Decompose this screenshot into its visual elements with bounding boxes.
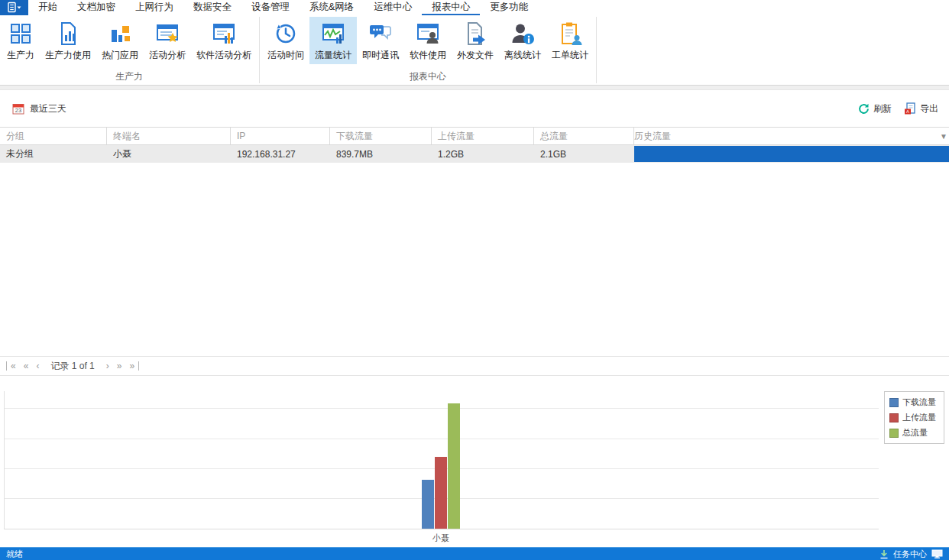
window-star-icon bbox=[154, 21, 180, 47]
next-page-icon[interactable]: › bbox=[102, 361, 113, 371]
refresh-label: 刷新 bbox=[873, 102, 892, 115]
ribbon-button-offline-stats[interactable]: 离线统计 bbox=[499, 17, 546, 64]
empty-grid-area bbox=[0, 163, 949, 356]
prev-page-icon[interactable]: ‹ bbox=[32, 361, 43, 371]
fast-prev-page-icon[interactable]: « bbox=[20, 361, 33, 371]
tab-web-behavior[interactable]: 上网行为 bbox=[125, 0, 183, 15]
date-range-label: 最近三天 bbox=[30, 102, 66, 115]
ribbon-button-label: 离线统计 bbox=[504, 49, 541, 62]
monitor-icon[interactable] bbox=[931, 549, 943, 558]
clock-history-icon bbox=[273, 21, 299, 47]
ribbon-button-outgoing-files[interactable]: 外发文件 bbox=[452, 17, 499, 64]
ribbon-button-instant-messaging[interactable]: 即时通讯 bbox=[357, 17, 404, 64]
app-window: 开始 文档加密 上网行为 数据安全 设备管理 系统&网络 运维中心 报表中心 更… bbox=[0, 0, 949, 560]
table-row[interactable]: 未分组 小聂 192.168.31.27 839.7MB 1.2GB 2.1GB bbox=[0, 145, 949, 163]
export-button[interactable]: A 导出 bbox=[904, 102, 938, 115]
first-page-icon[interactable]: « bbox=[6, 361, 20, 371]
tab-ops-center[interactable]: 运维中心 bbox=[364, 0, 422, 15]
ribbon-group-separator bbox=[596, 17, 597, 83]
tab-system-network[interactable]: 系统&网络 bbox=[300, 0, 364, 15]
ribbon-button-productivity-usage[interactable]: 生产力使用 bbox=[40, 17, 96, 64]
column-header-download[interactable]: 下载流量 bbox=[330, 128, 432, 144]
tab-start[interactable]: 开始 bbox=[28, 0, 67, 15]
ribbon-button-software-usage[interactable]: 软件使用 bbox=[404, 17, 452, 64]
column-menu-caret-icon[interactable]: ▼ bbox=[940, 132, 949, 141]
tab-more-features[interactable]: 更多功能 bbox=[480, 0, 538, 15]
pagination-bar: « « ‹ 记录 1 of 1 › » » bbox=[0, 356, 949, 376]
status-bar: 就绪 任务中心 bbox=[0, 547, 949, 560]
ribbon-group-productivity: 生产力 生产力使用 bbox=[0, 15, 258, 85]
cell-upload: 1.2GB bbox=[432, 145, 534, 163]
app-menu-icon bbox=[6, 2, 23, 14]
task-center-button[interactable]: 任务中心 bbox=[879, 549, 943, 560]
ribbon-button-label: 工单统计 bbox=[552, 49, 588, 62]
ribbon-button-software-activity-analysis[interactable]: 软件活动分析 bbox=[191, 17, 257, 64]
column-header-upload[interactable]: 上传流量 bbox=[432, 128, 534, 144]
ribbon-button-label: 外发文件 bbox=[457, 49, 494, 62]
legend-item-upload: 上传流量 bbox=[889, 412, 939, 423]
chart-bar-upload bbox=[435, 457, 447, 529]
window-chart-icon bbox=[211, 21, 237, 47]
ribbon-button-label: 活动分析 bbox=[149, 49, 186, 62]
ribbon-group-separator bbox=[259, 17, 260, 83]
table-header-row: 分组 终端名 IP 下载流量 上传流量 总流量 历史流量 ▼ bbox=[0, 128, 949, 145]
ribbon-button-productivity[interactable]: 生产力 bbox=[2, 17, 40, 64]
tab-report-center[interactable]: 报表中心 bbox=[422, 0, 480, 15]
ribbon-button-label: 活动时间 bbox=[267, 49, 304, 62]
legend-swatch-upload bbox=[889, 413, 899, 422]
app-menu-button[interactable] bbox=[0, 0, 28, 15]
legend-swatch-download bbox=[889, 398, 899, 407]
ribbon-button-label: 流量统计 bbox=[315, 49, 351, 62]
ribbon-button-ticket-stats[interactable]: 工单统计 bbox=[546, 17, 594, 64]
chart-legend: 下载流量 上传流量 总流量 bbox=[884, 391, 944, 444]
doc-chart-icon bbox=[55, 21, 81, 47]
chart-plot bbox=[4, 391, 879, 529]
ribbon-button-label: 软件活动分析 bbox=[196, 49, 251, 62]
file-send-icon bbox=[462, 21, 488, 47]
traffic-table: 分组 终端名 IP 下载流量 上传流量 总流量 历史流量 ▼ 未分组 小聂 19… bbox=[0, 127, 949, 163]
cell-ip: 192.168.31.27 bbox=[231, 145, 330, 163]
last-page-icon[interactable]: » bbox=[125, 361, 139, 371]
chart-bar-total bbox=[448, 403, 460, 529]
column-header-ip[interactable]: IP bbox=[231, 128, 330, 144]
user-info-icon bbox=[510, 21, 536, 47]
column-header-history[interactable]: 历史流量 ▼ bbox=[634, 128, 949, 144]
column-header-terminal[interactable]: 终端名 bbox=[107, 128, 231, 144]
date-range-button[interactable]: 23 最近三天 bbox=[12, 102, 66, 115]
ribbon-button-activity-analysis[interactable]: 活动分析 bbox=[144, 17, 191, 64]
legend-item-total: 总流量 bbox=[889, 427, 939, 439]
column-header-group[interactable]: 分组 bbox=[0, 128, 107, 144]
ribbon-button-label: 即时通讯 bbox=[362, 49, 399, 62]
ribbon-button-label: 生产力 bbox=[7, 49, 34, 62]
column-header-total[interactable]: 总流量 bbox=[534, 128, 634, 144]
tab-device-management[interactable]: 设备管理 bbox=[241, 0, 300, 15]
tab-data-security[interactable]: 数据安全 bbox=[183, 0, 241, 15]
cell-total: 2.1GB bbox=[534, 145, 634, 163]
traffic-stats-icon bbox=[320, 21, 346, 47]
ribbon-group-label-productivity: 生产力 bbox=[0, 70, 258, 85]
tab-doc-encryption[interactable]: 文档加密 bbox=[67, 0, 125, 15]
record-count-text: 记录 1 of 1 bbox=[50, 360, 94, 373]
chat-icon bbox=[368, 21, 394, 47]
export-label: 导出 bbox=[920, 102, 938, 115]
filter-toolbar: 23 最近三天 刷新 bbox=[0, 86, 949, 127]
ribbon-button-traffic-stats[interactable]: 流量统计 bbox=[309, 17, 357, 64]
svg-text:A: A bbox=[906, 109, 909, 114]
cell-download: 839.7MB bbox=[330, 145, 432, 163]
history-traffic-bar bbox=[634, 146, 949, 162]
traffic-bar-chart: 小聂 下载流量 上传流量 总流量 bbox=[0, 376, 949, 547]
ribbon-button-hot-apps[interactable]: 热门应用 bbox=[96, 17, 144, 64]
calendar-icon: 23 bbox=[12, 102, 24, 115]
chart-category-label: 小聂 bbox=[421, 532, 461, 544]
cell-terminal: 小聂 bbox=[107, 145, 231, 163]
productivity-grid-icon bbox=[8, 21, 34, 47]
svg-text:23: 23 bbox=[15, 107, 21, 114]
ribbon-button-activity-time[interactable]: 活动时间 bbox=[262, 17, 309, 64]
ribbon-group-label-report-center: 报表中心 bbox=[261, 70, 595, 85]
ribbon-button-label: 热门应用 bbox=[102, 49, 138, 62]
legend-swatch-total bbox=[889, 429, 899, 438]
legend-item-download: 下载流量 bbox=[889, 397, 939, 408]
refresh-button[interactable]: 刷新 bbox=[858, 102, 892, 115]
window-user-icon bbox=[415, 21, 441, 47]
fast-next-page-icon[interactable]: » bbox=[113, 361, 126, 371]
